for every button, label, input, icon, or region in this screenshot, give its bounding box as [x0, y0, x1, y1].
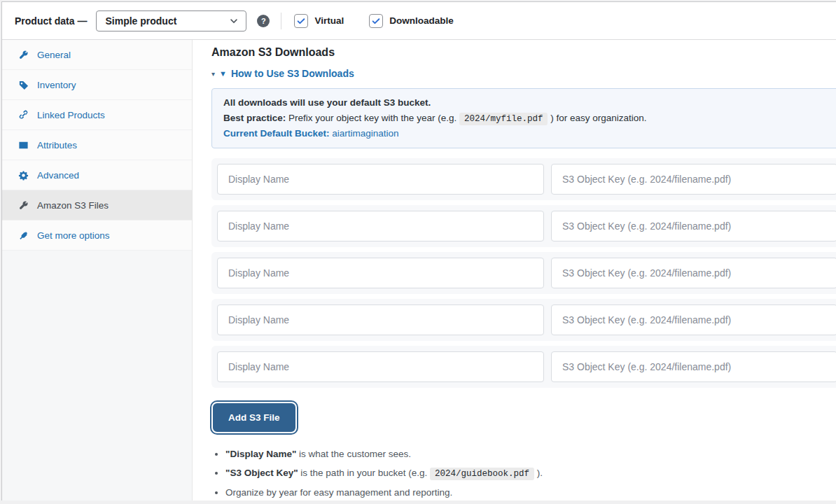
product-type-select[interactable]: Simple product [96, 10, 246, 31]
info-line-2: Best practice: Prefix your object key wi… [223, 111, 831, 126]
info-line-1: All downloads will use your default S3 b… [223, 95, 831, 111]
help-icon[interactable]: ? [257, 15, 270, 27]
s3-info-box: All downloads will use your default S3 b… [211, 88, 836, 148]
file-row [211, 346, 836, 388]
tab-inventory[interactable]: Inventory [2, 70, 192, 100]
downloadable-checkbox[interactable]: Downloadable [369, 14, 454, 28]
add-s3-file-button[interactable]: Add S3 File [211, 402, 297, 433]
collapse-marker-icon: ▾ [211, 70, 215, 78]
card-icon [18, 140, 29, 150]
tab-linked-products[interactable]: Linked Products [2, 100, 192, 130]
check-icon [296, 16, 306, 26]
object-key-input[interactable] [551, 258, 836, 288]
file-row [211, 299, 836, 341]
product-data-tabs: General Inventory Linked Products Attrib… [2, 40, 193, 500]
plug-icon [18, 230, 29, 241]
tab-amazon-s3-files[interactable]: Amazon S3 Files [2, 190, 192, 220]
object-key-input[interactable] [551, 304, 836, 335]
display-name-input[interactable] [217, 351, 544, 382]
tab-label: Linked Products [37, 110, 105, 120]
tab-get-more-options[interactable]: Get more options [2, 220, 192, 251]
link-icon [18, 110, 29, 120]
tab-label: Attributes [37, 140, 77, 150]
howto-label: How to Use S3 Downloads [231, 68, 354, 79]
down-arrow-icon: ▼ [219, 69, 227, 78]
file-row [211, 205, 836, 247]
display-name-input[interactable] [217, 304, 544, 335]
product-data-header: Product data — Simple product ? Virtual … [2, 2, 836, 40]
display-name-input[interactable] [217, 164, 544, 195]
tips-list: "Display Name" is what the customer sees… [211, 447, 836, 500]
tab-general[interactable]: General [2, 40, 192, 70]
chevron-down-icon [229, 16, 239, 26]
code-example: 2024/myfile.pdf [459, 113, 548, 125]
tip-item: "S3 Object Key" is the path in your buck… [225, 466, 836, 481]
tip-item: Organize by year for easy management and… [225, 486, 836, 500]
topbar-divider [281, 13, 281, 29]
downloadable-label: Downloadable [389, 15, 454, 26]
product-data-title: Product data — [15, 15, 87, 27]
tab-label: Get more options [37, 230, 110, 241]
default-bucket-line: Current Default Bucket: aiartimagination [223, 126, 831, 141]
file-row [211, 158, 836, 200]
code-example: 2024/guidebook.pdf [430, 468, 534, 480]
s3-file-rows [211, 158, 836, 388]
panel-heading: Amazon S3 Downloads [211, 46, 836, 59]
object-key-input[interactable] [551, 351, 836, 382]
howto-toggle[interactable]: ▾ ▼ How to Use S3 Downloads [211, 68, 836, 79]
tab-attributes[interactable]: Attributes [2, 130, 192, 160]
object-key-input[interactable] [551, 164, 836, 195]
product-data-metabox: Product data — Simple product ? Virtual … [1, 1, 836, 500]
amazon-s3-panel: Amazon S3 Downloads ▾ ▼ How to Use S3 Do… [193, 40, 836, 500]
file-row [211, 252, 836, 294]
wrench-icon [18, 50, 29, 60]
display-name-input[interactable] [217, 258, 544, 288]
virtual-checkbox[interactable]: Virtual [294, 14, 344, 28]
object-key-input[interactable] [551, 211, 836, 241]
tab-label: Amazon S3 Files [37, 200, 109, 211]
help-glyph: ? [261, 17, 266, 25]
display-name-input[interactable] [217, 211, 544, 241]
check-icon [371, 16, 381, 26]
tab-label: Inventory [37, 80, 76, 90]
gear-icon [18, 170, 29, 181]
checkbox-box [369, 14, 383, 28]
product-type-value: Simple product [105, 15, 176, 27]
tab-label: Advanced [37, 170, 79, 181]
checkbox-box [294, 14, 308, 28]
bucket-name: aiartimagination [330, 128, 399, 139]
virtual-label: Virtual [314, 15, 344, 26]
tag-icon [18, 80, 29, 90]
tip-item: "Display Name" is what the customer sees… [225, 447, 836, 461]
wrench-icon [18, 200, 29, 211]
tab-advanced[interactable]: Advanced [2, 160, 192, 190]
tab-label: General [37, 50, 71, 60]
